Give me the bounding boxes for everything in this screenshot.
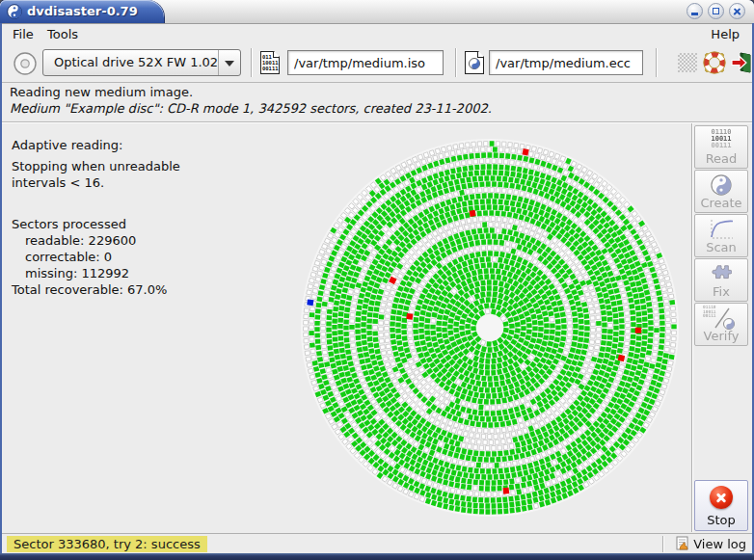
adaptive-reading-label: Adaptive reading: [12,138,122,152]
fix-puzzle-icon [695,262,747,285]
window-title: dvdisaster-0.79 [27,4,138,18]
toolbar-separator [251,48,252,77]
window-border-left [0,23,2,553]
lifebelt-help-icon[interactable] [703,51,726,74]
chevron-down-icon [225,61,234,67]
app-window: dvdisaster-0.79 File Tools Help Optical … [0,0,754,560]
info-bar: Reading new medium image. Medium "Exampl… [2,83,752,122]
create-yinyang-icon [695,173,747,197]
sidebar-separator [691,123,692,532]
sectors-processed-label: Sectors processed [12,217,126,231]
ecc-path-input[interactable] [489,50,643,75]
readable-count: readable: 229600 [25,233,136,248]
iso-file-icon: 0111001100111 [260,51,280,74]
verify-button[interactable]: 011101001100111 Verify [694,303,748,346]
verify-label: Verify [695,329,747,343]
toolbar-separator [656,48,657,77]
total-recoverable: Total recoverable: 67.0% [12,282,167,297]
close-button[interactable] [729,3,745,19]
maximize-button[interactable] [708,3,724,19]
ecc-yinyang-glyph [469,58,480,69]
menu-file[interactable]: File [8,26,39,42]
window-border-bottom [0,553,754,560]
status-headline: Reading new medium image. [10,85,193,99]
stop-label: Stop [695,513,747,527]
stopping-line2: intervals < 16. [12,175,104,190]
doc-fold [478,51,484,57]
title-bar[interactable]: dvdisaster-0.79 [0,0,754,24]
title-tab: dvdisaster-0.79 [0,0,164,23]
iso-icon-binary: 0111001100111 [262,54,279,71]
scan-label: Scan [695,240,747,254]
exit-icon[interactable] [730,51,753,74]
minimize-icon [691,13,698,15]
toolbar-separator [455,48,456,77]
drive-selector-value: Optical drive 52X FW 1.02 [54,55,218,69]
menu-bar: File Tools Help [2,24,752,43]
fix-label: Fix [695,284,747,299]
minimize-button[interactable] [687,3,703,19]
stopping-line1: Stopping when unreadable [12,159,180,173]
toolbar: Optical drive 52X FW 1.02 0111001100111 [2,43,752,83]
view-log-button[interactable]: View log [676,536,746,551]
status-bar: Sector 333680, try 2: success View log [2,533,752,554]
status-message: Sector 333680, try 2: success [7,536,207,552]
read-button[interactable]: 011101001100111 Read [694,125,748,169]
statusbar-separator [662,536,663,552]
fix-button[interactable]: Fix [694,258,748,302]
action-sidebar: 011101001100111 Read Create Scan [694,125,750,532]
maximize-icon [713,8,719,14]
missing-count: missing: 112992 [25,266,129,280]
view-log-label: View log [693,537,746,551]
medium-info-line: Medium "Example disc": CD-R mode 1, 3425… [10,101,492,116]
cd-drive-icon [13,52,37,75]
view-log-icon [676,536,689,550]
menu-tools[interactable]: Tools [42,26,83,42]
scan-curve-icon [695,218,747,241]
create-button[interactable]: Create [694,170,748,213]
scan-button[interactable]: Scan [694,214,748,257]
verify-compare-icon: 011101001100111 [695,307,747,330]
stop-button[interactable]: Stop [694,480,748,531]
preferences-disabled-icon[interactable] [678,53,697,72]
drive-selector-dropdown[interactable]: Optical drive 52X FW 1.02 [42,49,241,76]
read-label: Read [695,151,747,166]
app-yinyang-icon [7,4,22,19]
dropdown-arrow-box [218,50,240,75]
main-panel: Adaptive reading: Stopping when unreadab… [2,123,690,532]
iso-path-input[interactable] [287,50,444,75]
read-binary-icon: 011101001100111 [695,129,747,149]
correctable-count: correctable: 0 [25,250,112,264]
disc-spiral-visualization [285,123,694,532]
stop-icon [710,486,733,509]
create-label: Create [695,196,747,210]
menu-help[interactable]: Help [706,26,744,42]
ecc-file-icon [465,51,484,74]
